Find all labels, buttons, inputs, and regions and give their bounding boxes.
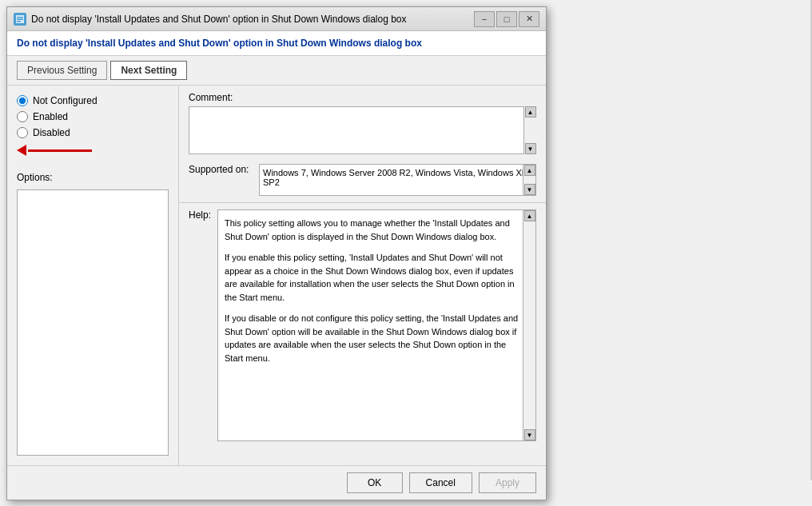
policy-icon bbox=[14, 13, 26, 26]
arrow-head bbox=[17, 145, 26, 156]
supported-scroll-up[interactable]: ▲ bbox=[524, 165, 535, 176]
arrow-shaft bbox=[28, 149, 92, 152]
help-paragraph: If you enable this policy setting, 'Inst… bbox=[225, 251, 519, 304]
comment-wrapper: ▲ ▼ bbox=[189, 106, 536, 154]
disabled-label: Disabled bbox=[33, 127, 70, 138]
titlebar-left: Do not display 'Install Updates and Shut… bbox=[14, 13, 407, 26]
help-label: Help: bbox=[189, 209, 211, 459]
disabled-radio[interactable] bbox=[17, 127, 28, 138]
close-button[interactable]: ✕ bbox=[519, 11, 539, 27]
minimize-button[interactable]: − bbox=[474, 11, 495, 27]
help-paragraph: If you disable or do not configure this … bbox=[225, 312, 519, 365]
ok-button[interactable]: OK bbox=[347, 472, 403, 493]
not-configured-radio[interactable] bbox=[17, 95, 28, 106]
modal-nav: Previous Setting Next Setting bbox=[7, 56, 546, 86]
enabled-radio-item[interactable]: Enabled bbox=[17, 111, 169, 122]
modal-body: Not Configured Enabled Disabled Options: bbox=[7, 86, 546, 465]
enabled-radio[interactable] bbox=[17, 111, 28, 122]
not-configured-label: Not Configured bbox=[33, 95, 98, 106]
help-scroll-down[interactable]: ▼ bbox=[524, 429, 535, 440]
maximize-button[interactable]: □ bbox=[496, 11, 517, 27]
scroll-up-arrow[interactable]: ▲ bbox=[525, 106, 536, 118]
apply-button[interactable]: Apply bbox=[479, 472, 536, 493]
supported-on-label: Supported on: bbox=[189, 164, 253, 175]
arrow-annotation bbox=[17, 145, 169, 156]
supported-scroll-down[interactable]: ▼ bbox=[524, 184, 535, 195]
options-label: Options: bbox=[17, 172, 169, 183]
scroll-down-arrow[interactable]: ▼ bbox=[525, 143, 536, 154]
comment-scrollbar: ▲ ▼ bbox=[523, 106, 536, 154]
enabled-label: Enabled bbox=[33, 111, 68, 122]
svg-rect-2 bbox=[17, 18, 23, 20]
setting-title: Do not display 'Install Updates and Shut… bbox=[17, 38, 422, 49]
disabled-radio-item[interactable]: Disabled bbox=[17, 127, 169, 138]
next-setting-button[interactable]: Next Setting bbox=[110, 61, 187, 80]
policy-dialog: Do not display 'Install Updates and Shut… bbox=[6, 6, 547, 500]
not-configured-radio-item[interactable]: Not Configured bbox=[17, 95, 169, 106]
supported-content: Windows 7, Windows Server 2008 R2, Windo… bbox=[259, 164, 536, 196]
modal-header: Do not display 'Install Updates and Shut… bbox=[7, 31, 546, 56]
modal-title: Do not display 'Install Updates and Shut… bbox=[31, 14, 407, 25]
options-box bbox=[17, 189, 169, 456]
help-section: Help: This policy setting allows you to … bbox=[179, 203, 546, 465]
titlebar-controls: − □ ✕ bbox=[474, 11, 539, 27]
modal-footer: OK Cancel Apply bbox=[7, 465, 546, 500]
modal-titlebar: Do not display 'Install Updates and Shut… bbox=[7, 7, 546, 31]
supported-scrollbar: ▲ ▼ bbox=[523, 165, 535, 195]
help-scrollbar: ▲ ▼ bbox=[523, 210, 535, 440]
comment-textarea[interactable] bbox=[189, 106, 536, 154]
help-content: This policy setting allows you to manage… bbox=[217, 209, 536, 441]
left-panel: Not Configured Enabled Disabled Options: bbox=[7, 86, 179, 465]
supported-section: Supported on: Windows 7, Windows Server … bbox=[179, 161, 546, 203]
svg-rect-1 bbox=[17, 17, 23, 18]
comment-section: Comment: ▲ ▼ bbox=[179, 86, 546, 161]
cancel-button[interactable]: Cancel bbox=[409, 472, 472, 493]
right-panel: Comment: ▲ ▼ Supported on: Windows 7, Wi… bbox=[179, 86, 546, 465]
comment-label: Comment: bbox=[189, 92, 536, 103]
radio-group: Not Configured Enabled Disabled bbox=[17, 95, 169, 138]
help-scroll-up[interactable]: ▲ bbox=[524, 210, 535, 221]
prev-setting-button[interactable]: Previous Setting bbox=[17, 61, 107, 80]
supported-value: Windows 7, Windows Server 2008 R2, Windo… bbox=[263, 168, 527, 187]
help-text: This policy setting allows you to manage… bbox=[218, 210, 535, 379]
svg-rect-3 bbox=[17, 21, 21, 22]
help-paragraph: This policy setting allows you to manage… bbox=[225, 217, 519, 243]
